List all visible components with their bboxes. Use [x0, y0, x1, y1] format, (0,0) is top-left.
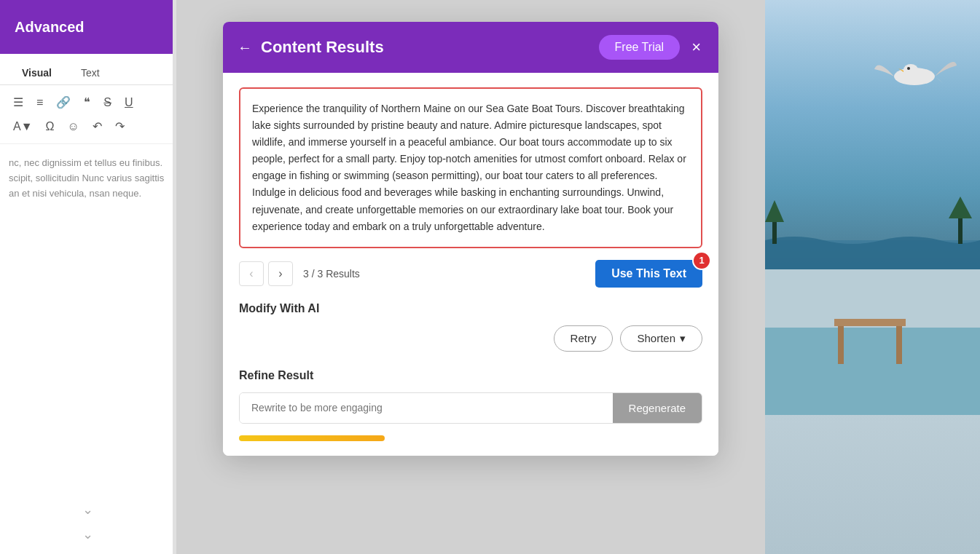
refine-input[interactable]: [240, 393, 613, 423]
prev-page-button[interactable]: ‹: [239, 261, 264, 286]
content-results-modal: ← Content Results Free Trial × Experienc…: [223, 22, 718, 456]
undo-icon[interactable]: ↶: [88, 116, 106, 136]
pagination-row: ‹ › 3 / 3 Results Use This Text 1: [239, 260, 702, 288]
svg-rect-11: [896, 320, 902, 364]
use-this-text-button[interactable]: Use This Text: [595, 260, 702, 288]
sidebar: Advanced Visual Text ☰ ≡ 🔗 ❝ S U A▼ Ω ☺ …: [0, 0, 176, 554]
redo-icon[interactable]: ↷: [111, 116, 129, 136]
modify-ai-section: Modify With AI Retry Shorten ▾: [239, 302, 702, 352]
sidebar-tabs: Visual Text: [0, 54, 176, 85]
svg-point-1: [903, 64, 918, 76]
sidebar-toolbar: ☰ ≡ 🔗 ❝ S U A▼ Ω ☺ ↶ ↷: [0, 85, 176, 144]
lake-scene-icon: [765, 197, 980, 269]
modify-ai-label: Modify With AI: [239, 302, 702, 315]
main-area: ← Content Results Free Trial × Experienc…: [176, 0, 765, 554]
sidebar-body-text: nc, nec dignissim et tellus eu finibus. …: [0, 144, 176, 493]
sidebar-chevrons: ⌄ ⌄: [0, 493, 176, 554]
free-trial-button[interactable]: Free Trial: [599, 35, 681, 60]
bird-icon: [871, 44, 958, 102]
refine-result-section: Refine Result Regenerate: [239, 369, 702, 441]
shorten-button[interactable]: Shorten ▾: [620, 325, 702, 352]
chevron-down-2-icon[interactable]: ⌄: [79, 523, 96, 545]
svg-rect-4: [772, 218, 777, 244]
shorten-arrow-icon: ▾: [680, 332, 686, 345]
list-ol-icon[interactable]: ≡: [32, 92, 47, 112]
svg-rect-10: [838, 320, 844, 364]
use-text-wrapper: Use This Text 1: [595, 260, 702, 288]
photo-top: [765, 0, 980, 269]
svg-point-2: [907, 67, 910, 70]
tab-text[interactable]: Text: [68, 61, 113, 84]
svg-rect-9: [765, 328, 980, 415]
list-ul-icon[interactable]: ☰: [9, 92, 28, 112]
modify-row: Retry Shorten ▾: [239, 325, 702, 352]
link-icon[interactable]: 🔗: [52, 92, 75, 112]
sidebar-scrollbar: [173, 0, 176, 554]
modal-header: ← Content Results Free Trial ×: [223, 22, 718, 73]
pagination-controls: ‹ › 3 / 3 Results: [239, 261, 360, 286]
next-page-button[interactable]: ›: [268, 261, 293, 286]
content-text-box: Experience the tranquility of Northern M…: [239, 87, 702, 248]
sidebar-header: Advanced: [0, 0, 176, 54]
tab-visual[interactable]: Visual: [9, 61, 65, 84]
badge-count: 1: [692, 251, 711, 270]
refine-label: Refine Result: [239, 369, 702, 382]
content-text: Experience the tranquility of Northern M…: [252, 103, 686, 232]
pagination-info: 3 / 3 Results: [303, 268, 360, 280]
regenerate-button[interactable]: Regenerate: [613, 393, 702, 423]
svg-marker-7: [949, 197, 972, 218]
omega-icon[interactable]: Ω: [42, 116, 59, 136]
svg-rect-12: [834, 319, 906, 326]
underline-icon[interactable]: U: [120, 92, 138, 112]
modal-body: Experience the tranquility of Northern M…: [223, 73, 718, 456]
refine-row: Regenerate: [239, 392, 702, 424]
photo-area: [765, 0, 980, 554]
svg-marker-5: [765, 200, 784, 222]
modal-title: Content Results: [261, 38, 590, 57]
photo-bottom: [765, 269, 980, 554]
retry-button[interactable]: Retry: [554, 325, 614, 352]
font-color-icon[interactable]: A▼: [9, 116, 37, 136]
quote-icon[interactable]: ❝: [79, 92, 95, 112]
modal-close-button[interactable]: ×: [689, 39, 704, 55]
strikethrough-icon[interactable]: S: [99, 92, 116, 112]
emoji-icon[interactable]: ☺: [63, 116, 83, 136]
modal-overlay: ← Content Results Free Trial × Experienc…: [176, 0, 765, 554]
modal-back-icon[interactable]: ←: [238, 39, 252, 56]
bottom-bar-decoration: [239, 435, 385, 441]
chevron-down-1-icon[interactable]: ⌄: [79, 499, 96, 521]
sidebar-title: Advanced: [15, 19, 85, 36]
dock-scene-icon: [765, 269, 980, 415]
svg-rect-6: [958, 215, 963, 244]
